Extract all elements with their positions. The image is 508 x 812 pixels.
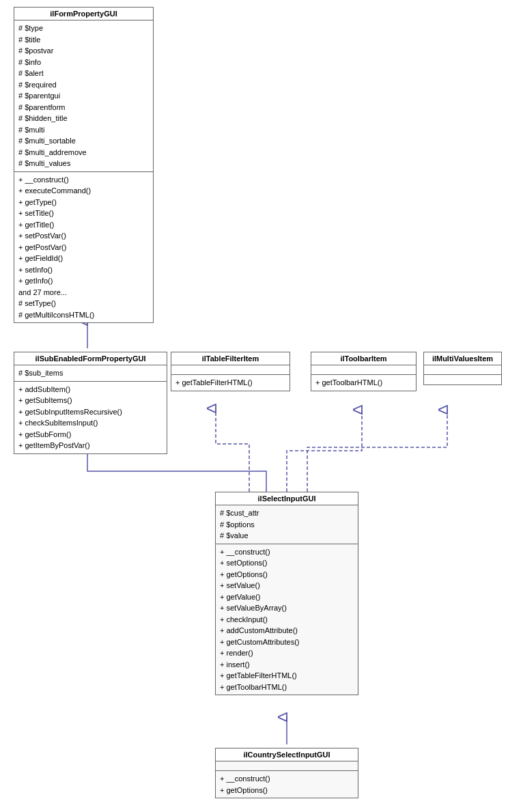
ilFormPropertyGUI-methods: + __construct() + executeCommand() + get… (14, 172, 153, 323)
ilCountrySelectInputGUI-box: ilCountrySelectInputGUI + __construct() … (215, 748, 358, 798)
ilSubEnabledFormPropertyGUI-methods: + addSubItem() + getSubItems() + getSubI… (14, 382, 167, 453)
ilSelectInputGUI-methods: + __construct() + setOptions() + getOpti… (216, 544, 358, 695)
ilMultiValuesItem-box: ilMultiValuesItem (423, 352, 502, 385)
ilCountrySelectInputGUI-title: ilCountrySelectInputGUI (216, 748, 358, 761)
ilTableFilterItem-title: ilTableFilterItem (171, 352, 290, 365)
ilToolbarItem-methods: + getToolbarHTML() (311, 375, 416, 391)
ilSubEnabledFormPropertyGUI-box: ilSubEnabledFormPropertyGUI # $sub_items… (14, 352, 167, 454)
ilTableFilterItem-box: ilTableFilterItem + getTableFilterHTML() (171, 352, 290, 391)
ilMultiValuesItem-title: ilMultiValuesItem (424, 352, 501, 365)
ilSubEnabledFormPropertyGUI-fields: # $sub_items (14, 365, 167, 382)
ilCountrySelectInputGUI-methods: + __construct() + getOptions() (216, 771, 358, 798)
ilFormPropertyGUI-box: ilFormPropertyGUI # $type # $title # $po… (14, 7, 154, 323)
ilSelectInputGUI-fields: # $cust_attr # $options # $value (216, 505, 358, 544)
ilToolbarItem-fields (311, 365, 416, 375)
ilMultiValuesItem-methods (424, 375, 501, 384)
ilMultiValuesItem-fields (424, 365, 501, 375)
ilCountrySelectInputGUI-fields (216, 761, 358, 771)
ilSubEnabledFormPropertyGUI-title: ilSubEnabledFormPropertyGUI (14, 352, 167, 365)
ilToolbarItem-box: ilToolbarItem + getToolbarHTML() (311, 352, 417, 391)
ilToolbarItem-title: ilToolbarItem (311, 352, 416, 365)
ilTableFilterItem-methods: + getTableFilterHTML() (171, 375, 290, 391)
ilFormPropertyGUI-fields: # $type # $title # $postvar # $info # $a… (14, 20, 153, 172)
ilTableFilterItem-fields (171, 365, 290, 375)
diagram-container: ilFormPropertyGUI # $type # $title # $po… (0, 0, 508, 812)
ilSelectInputGUI-title: ilSelectInputGUI (216, 492, 358, 505)
ilSelectInputGUI-box: ilSelectInputGUI # $cust_attr # $options… (215, 492, 358, 695)
ilFormPropertyGUI-title: ilFormPropertyGUI (14, 8, 153, 20)
